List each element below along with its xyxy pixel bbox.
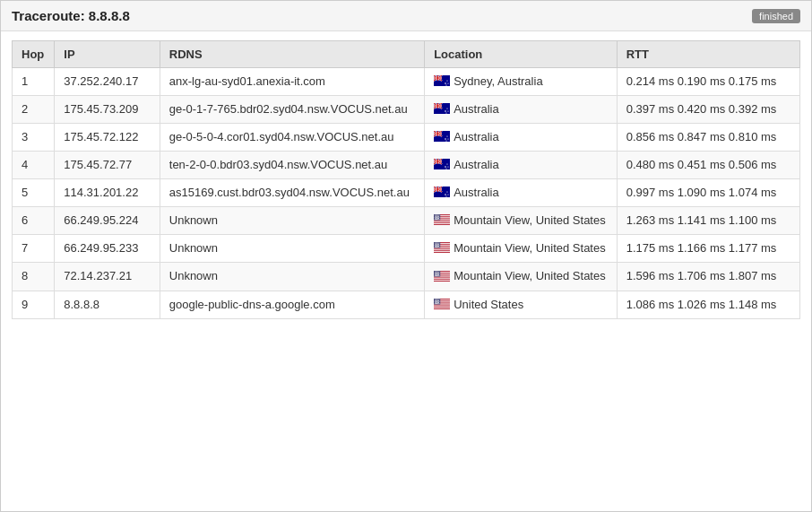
svg-point-143 xyxy=(437,271,438,272)
svg-rect-107 xyxy=(434,252,450,253)
rdns-cell: ge-0-1-7-765.bdr02.syd04.nsw.VOCUS.net.a… xyxy=(160,96,424,124)
svg-point-158 xyxy=(435,275,436,276)
svg-point-119 xyxy=(436,245,436,246)
flag-icon xyxy=(434,75,450,89)
location-cell: Australia xyxy=(425,96,618,124)
svg-point-147 xyxy=(437,272,438,273)
svg-point-89 xyxy=(436,217,437,218)
svg-point-154 xyxy=(435,273,436,274)
svg-point-38 xyxy=(445,138,446,140)
svg-point-118 xyxy=(435,245,436,246)
ip-cell: 114.31.201.22 xyxy=(55,179,160,207)
svg-point-12 xyxy=(448,82,449,83)
svg-point-144 xyxy=(439,271,440,272)
rtt-cell: 0.214 ms 0.190 ms 0.175 ms xyxy=(617,68,799,96)
flag-icon xyxy=(434,159,450,172)
svg-point-52 xyxy=(445,166,446,168)
rtt-cell: 1.175 ms 1.166 ms 1.177 ms xyxy=(617,235,799,263)
svg-rect-138 xyxy=(434,280,450,281)
rtt-cell: 1.263 ms 1.141 ms 1.100 ms xyxy=(617,207,799,235)
page-title: Traceroute: 8.8.8.8 xyxy=(12,8,130,23)
svg-point-112 xyxy=(437,243,438,244)
svg-point-69 xyxy=(446,196,447,197)
main-container: Traceroute: 8.8.8.8 finished Hop IP RDNS… xyxy=(0,0,812,512)
svg-rect-168 xyxy=(434,306,450,307)
ip-cell: 66.249.95.233 xyxy=(55,235,160,263)
location-cell: Mountain View, United States xyxy=(425,207,618,235)
location-cell: Australia xyxy=(425,152,618,179)
svg-rect-105 xyxy=(434,248,450,249)
svg-point-88 xyxy=(436,217,436,218)
location-cell: Sydney, Australia xyxy=(425,68,618,96)
svg-point-78 xyxy=(435,215,436,216)
table-row: 766.249.95.233Unknown xyxy=(13,235,800,263)
svg-point-24 xyxy=(445,110,446,112)
table-wrapper: Hop IP RDNS Location RTT 137.252.240.17a… xyxy=(1,31,811,328)
svg-point-126 xyxy=(438,246,439,247)
svg-point-180 xyxy=(435,300,436,301)
location-text: United States xyxy=(454,298,523,311)
svg-point-174 xyxy=(437,299,438,299)
svg-point-121 xyxy=(437,245,438,246)
svg-point-182 xyxy=(436,300,437,301)
svg-point-178 xyxy=(437,299,438,300)
svg-point-95 xyxy=(438,218,439,219)
svg-point-111 xyxy=(436,243,437,244)
hop-cell: 1 xyxy=(13,68,55,96)
flag-icon xyxy=(434,214,450,228)
location-text: Australia xyxy=(454,130,499,143)
svg-point-100 xyxy=(439,219,440,220)
rdns-cell: Unknown xyxy=(160,235,424,263)
svg-point-94 xyxy=(437,218,438,219)
location-text: Mountain View, United States xyxy=(454,269,606,282)
svg-rect-136 xyxy=(434,276,450,277)
svg-point-183 xyxy=(437,300,438,301)
svg-point-91 xyxy=(439,217,440,218)
svg-point-110 xyxy=(436,243,436,244)
svg-point-142 xyxy=(436,271,437,272)
col-location: Location xyxy=(425,41,618,68)
svg-point-10 xyxy=(445,82,446,84)
location-cell: Australia xyxy=(425,124,618,152)
table-row: 137.252.240.17anx-lg-au-syd01.anexia-it.… xyxy=(13,68,800,96)
svg-point-109 xyxy=(435,243,436,244)
table-row: 872.14.237.21Unknown xyxy=(13,263,800,291)
svg-point-149 xyxy=(435,273,436,273)
svg-point-13 xyxy=(446,84,447,85)
svg-point-175 xyxy=(439,299,440,299)
svg-point-25 xyxy=(447,108,448,109)
table-header-row: Hop IP RDNS Location RTT xyxy=(13,41,800,68)
location-text: Australia xyxy=(454,158,499,171)
rtt-cell: 1.086 ms 1.026 ms 1.148 ms xyxy=(617,291,799,318)
svg-point-125 xyxy=(437,246,438,247)
svg-point-187 xyxy=(437,301,438,302)
ip-cell: 8.8.8.8 xyxy=(55,291,160,318)
svg-point-27 xyxy=(446,113,447,114)
location-cell: Australia xyxy=(425,179,618,207)
flag-icon xyxy=(434,131,450,144)
svg-rect-74 xyxy=(434,221,450,221)
svg-point-97 xyxy=(436,219,436,220)
svg-rect-75 xyxy=(434,222,450,223)
svg-point-173 xyxy=(436,299,437,299)
svg-point-99 xyxy=(437,219,438,220)
svg-point-92 xyxy=(435,218,436,219)
svg-rect-106 xyxy=(434,250,450,251)
svg-rect-137 xyxy=(434,278,450,279)
svg-point-156 xyxy=(437,273,438,274)
ip-cell: 37.252.240.17 xyxy=(55,68,160,96)
location-text: Australia xyxy=(454,186,499,199)
svg-point-179 xyxy=(438,299,439,300)
svg-point-190 xyxy=(436,303,436,304)
svg-point-116 xyxy=(437,244,438,245)
table-row: 666.249.95.224Unknown xyxy=(13,207,800,235)
rdns-cell: ten-2-0-0.bdr03.syd04.nsw.VOCUS.net.au xyxy=(160,152,424,179)
hop-cell: 9 xyxy=(13,291,55,318)
svg-point-40 xyxy=(448,139,449,140)
svg-point-124 xyxy=(436,246,437,247)
svg-point-130 xyxy=(437,247,438,247)
svg-point-122 xyxy=(439,245,440,246)
rdns-cell: Unknown xyxy=(160,207,424,235)
svg-point-11 xyxy=(447,80,448,81)
svg-point-185 xyxy=(435,301,436,302)
